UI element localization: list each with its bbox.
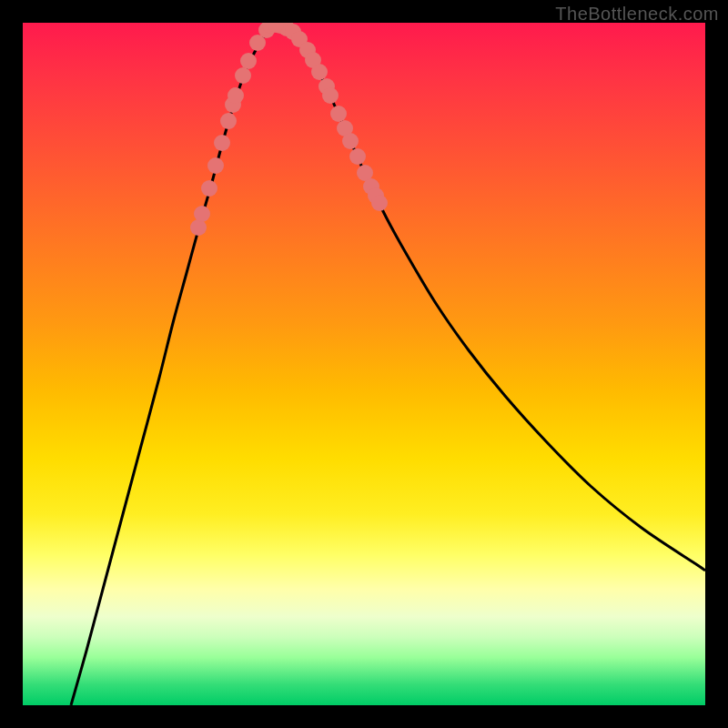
curve-group <box>71 25 705 705</box>
data-point <box>207 157 224 174</box>
data-point <box>371 195 388 211</box>
data-point <box>349 148 366 165</box>
data-point <box>235 67 251 84</box>
dot-group <box>190 23 388 236</box>
data-point <box>228 87 244 104</box>
chart-svg <box>23 23 705 705</box>
data-point <box>330 106 347 122</box>
curve-left-curve <box>71 25 276 705</box>
data-point <box>201 180 217 197</box>
data-point <box>214 135 230 151</box>
chart-container: TheBottleneck.com <box>0 0 728 728</box>
data-point <box>342 133 359 149</box>
plot-area <box>23 23 705 705</box>
watermark-text: TheBottleneck.com <box>555 4 719 25</box>
data-point <box>220 113 237 129</box>
data-point <box>322 87 339 104</box>
data-point <box>311 64 328 80</box>
data-point <box>240 53 257 69</box>
data-point <box>194 206 210 222</box>
